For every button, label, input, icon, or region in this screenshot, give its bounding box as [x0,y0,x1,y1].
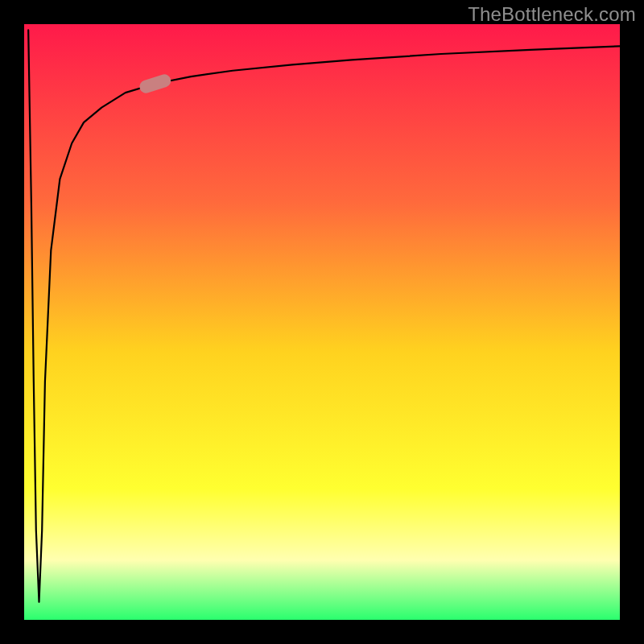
attribution-text: TheBottleneck.com [468,3,636,26]
chart-frame: TheBottleneck.com [0,0,644,644]
plot-area [24,24,620,620]
chart-svg [24,24,620,620]
gradient-background [24,24,620,620]
